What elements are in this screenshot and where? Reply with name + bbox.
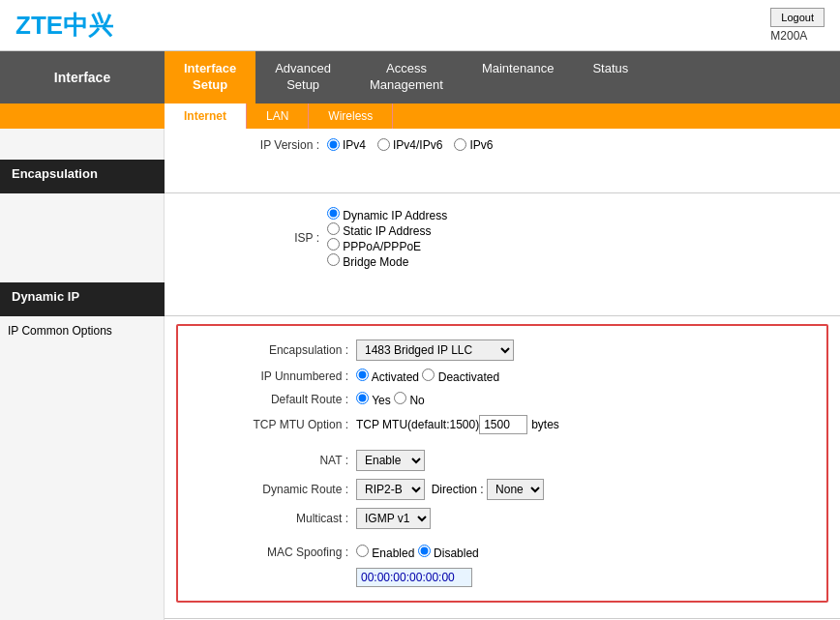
sub-tab-lan[interactable]: LAN <box>247 103 309 129</box>
dynamic-ip-option[interactable]: Dynamic IP Address <box>327 209 447 222</box>
nat-select[interactable]: Enable Disable <box>356 450 425 471</box>
ipv4-option[interactable]: IPv4 <box>327 138 366 152</box>
bridge-label: Bridge Mode <box>343 255 408 269</box>
ip-unnumbered-row: IP Unnumbered : Activated Deactivated <box>194 365 811 388</box>
isp-options: ISP : Dynamic IP Address Static IP Addre… <box>165 193 840 282</box>
multicast-select[interactable]: IGMP v1 IGMP v2 Disabled <box>356 508 431 529</box>
ipv6-option[interactable]: IPv6 <box>454 138 493 152</box>
ip-common-label: IP Common Options <box>8 324 112 338</box>
bridge-radio[interactable] <box>327 253 340 266</box>
logo: ZTE中兴 <box>15 9 113 43</box>
yes-option[interactable]: Yes <box>356 392 391 407</box>
ip-unnumbered-label: IP Unnumbered : <box>194 369 348 383</box>
mac-enabled-label: Enabled <box>372 546 414 560</box>
dynamic-ip-header: Dynamic IP <box>0 282 165 316</box>
mac-disabled-option[interactable]: Disabled <box>418 545 479 560</box>
tcp-mtu-input[interactable] <box>479 415 527 434</box>
dynamic-ip-radio[interactable] <box>327 207 340 220</box>
activated-radio[interactable] <box>356 369 369 381</box>
interface-label: Interface <box>0 51 165 103</box>
nat-row: NAT : Enable Disable <box>194 446 811 475</box>
ipv4ipv6-radio[interactable] <box>377 138 390 151</box>
isp-radio-group: Dynamic IP Address Static IP Address PPP… <box>327 207 447 269</box>
mac-enabled-option[interactable]: Enabled <box>356 545 414 560</box>
nat-label: NAT : <box>194 454 348 467</box>
yes-radio[interactable] <box>356 392 369 404</box>
isp-section: ISP : Dynamic IP Address Static IP Addre… <box>0 193 840 282</box>
dynamic-ip-label: Dynamic IP Address <box>343 209 447 222</box>
ip-common-content: Encapsulation : 1483 Bridged IP LLC 1483… <box>165 316 840 618</box>
bridge-option[interactable]: Bridge Mode <box>327 255 408 269</box>
logout-button[interactable]: Logout <box>770 8 825 27</box>
logo-zte: ZTE <box>15 11 63 40</box>
pppoa-radio[interactable] <box>327 238 340 251</box>
no-option[interactable]: No <box>394 392 425 407</box>
options-box: Encapsulation : 1483 Bridged IP LLC 1483… <box>176 324 828 603</box>
activated-label: Activated <box>372 370 419 384</box>
ipv4-label: IPv4 <box>343 138 366 152</box>
ip-version-row: IP Version : IPv4 IPv4/IPv6 IPv6 <box>165 129 840 160</box>
ip-version-label: IP Version : <box>184 138 319 152</box>
static-ip-label: Static IP Address <box>343 224 431 238</box>
pppoa-label: PPPoA/PPPoE <box>343 240 421 253</box>
static-ip-option[interactable]: Static IP Address <box>327 224 432 238</box>
ip-common-sidebar: IP Common Options <box>0 316 165 618</box>
encapsulation-select[interactable]: 1483 Bridged IP LLC 1483 Routed IP LLC 1… <box>356 340 514 361</box>
dynamic-route-row: Dynamic Route : RIP2-B RIP1 RIP2-M None … <box>194 475 811 504</box>
tcp-mtu-label: TCP MTU Option : <box>194 418 348 431</box>
isp-label: ISP : <box>184 231 319 245</box>
dynamic-route-label: Dynamic Route : <box>194 483 348 496</box>
mac-spoofing-label: MAC Spoofing : <box>194 546 348 559</box>
deactivated-radio[interactable] <box>422 369 435 381</box>
dynamic-ip-divider <box>165 282 840 316</box>
activated-option[interactable]: Activated <box>356 369 419 384</box>
no-label: No <box>409 394 424 407</box>
ipv4ipv6-option[interactable]: IPv4/IPv6 <box>377 138 442 152</box>
tcp-mtu-prefix: TCP MTU(default:1500) <box>356 418 479 431</box>
dynamic-route-select[interactable]: RIP2-B RIP1 RIP2-M None <box>356 479 425 500</box>
tab-maintenance[interactable]: Maintenance <box>463 51 573 103</box>
mac-spoofing-row: MAC Spoofing : Enabled Disabled <box>194 541 811 564</box>
tab-status[interactable]: Status <box>573 51 647 103</box>
no-radio[interactable] <box>394 392 406 404</box>
main-nav-tabs: InterfaceSetup AdvancedSetup AccessManag… <box>165 51 840 103</box>
logo-chinese: 中兴 <box>63 11 113 40</box>
ipv6-radio[interactable] <box>454 138 466 151</box>
sub-tab-wireless[interactable]: Wireless <box>309 103 393 129</box>
pppoa-option[interactable]: PPPoA/PPPoE <box>327 240 421 253</box>
ipv4ipv6-label: IPv4/IPv6 <box>393 138 442 152</box>
default-route-row: Default Route : Yes No <box>194 388 811 411</box>
tab-interface-setup[interactable]: InterfaceSetup <box>165 51 255 103</box>
tab-advanced-setup[interactable]: AdvancedSetup <box>255 51 350 103</box>
ipv6-label: IPv6 <box>469 138 493 152</box>
multicast-row: Multicast : IGMP v1 IGMP v2 Disabled <box>194 504 811 533</box>
ip-common-section: IP Common Options Encapsulation : 1483 B… <box>0 316 840 618</box>
main-nav: Interface InterfaceSetup AdvancedSetup A… <box>0 51 840 103</box>
sidebar <box>0 129 165 160</box>
mac-address-input[interactable] <box>356 568 472 587</box>
multicast-label: Multicast : <box>194 512 348 525</box>
mac-enabled-radio[interactable] <box>356 545 369 557</box>
dynamic-ip-section: Dynamic IP <box>0 282 840 316</box>
direction-label: Direction : <box>432 483 484 496</box>
encap-option-row: Encapsulation : 1483 Bridged IP LLC 1483… <box>194 336 811 365</box>
tab-access-management[interactable]: AccessManagement <box>350 51 463 103</box>
sub-nav: Internet LAN Wireless <box>0 103 840 129</box>
deactivated-option[interactable]: Deactivated <box>422 369 499 384</box>
ip-version-options: IPv4 IPv4/IPv6 IPv6 <box>327 138 493 152</box>
encapsulation-header: Encapsulation <box>0 160 165 193</box>
direction-select[interactable]: None Both In Out <box>487 479 544 500</box>
header-right: Logout M200A <box>770 8 825 43</box>
mac-input-row <box>194 564 811 591</box>
ipv4-radio[interactable] <box>327 138 340 151</box>
tcp-mtu-suffix: bytes <box>531 418 559 431</box>
isp-row: ISP : Dynamic IP Address Static IP Addre… <box>184 203 821 273</box>
header: ZTE中兴 Logout M200A <box>0 0 840 51</box>
sub-tab-internet[interactable]: Internet <box>165 103 247 129</box>
default-route-label: Default Route : <box>194 393 348 406</box>
static-ip-radio[interactable] <box>327 222 340 235</box>
mac-disabled-radio[interactable] <box>418 545 431 557</box>
yes-label: Yes <box>372 394 391 407</box>
encap-option-label: Encapsulation : <box>194 343 348 357</box>
encapsulation-divider <box>165 160 840 193</box>
